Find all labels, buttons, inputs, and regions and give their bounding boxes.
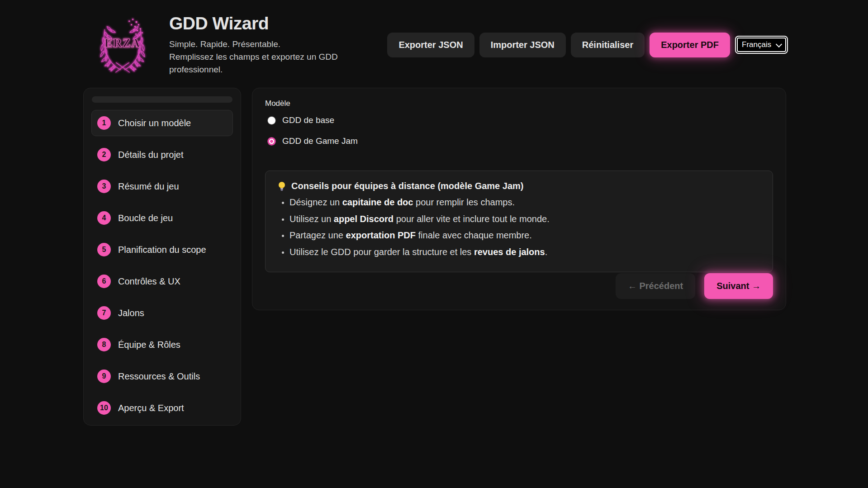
- sidebar-step[interactable]: 1Choisir un modèle: [91, 110, 233, 136]
- model-section-label: Modèle: [265, 99, 773, 108]
- step-number-badge: 3: [97, 180, 111, 193]
- arrow-left-icon: ←: [628, 281, 637, 291]
- sidebar-step[interactable]: 4Boucle de jeu: [91, 205, 233, 231]
- model-option-label: GDD de base: [282, 115, 334, 125]
- steps-sidebar: 1Choisir un modèle2Détails du projet3Rés…: [83, 88, 241, 426]
- sidebar-step[interactable]: 10Aperçu & Export: [91, 395, 233, 421]
- model-option[interactable]: GDD de base: [268, 115, 334, 125]
- arrow-right-icon: →: [752, 281, 761, 291]
- language-select-wrap: Français: [737, 38, 786, 52]
- next-step-button[interactable]: Suivant →: [704, 273, 773, 299]
- language-select[interactable]: Français: [737, 38, 786, 52]
- step-number-badge: 2: [97, 148, 111, 161]
- sidebar-step[interactable]: 6Contrôles & UX: [91, 268, 233, 294]
- step-number-badge: 6: [97, 275, 111, 288]
- tip-item: Utilisez un appel Discord pour aller vit…: [289, 211, 761, 227]
- model-options: GDD de baseGDD de Game Jam: [265, 115, 773, 157]
- step-number-badge: 7: [97, 306, 111, 320]
- step-number-badge: 5: [97, 243, 111, 256]
- model-radio[interactable]: [268, 137, 275, 145]
- tip-item: Partagez une exportation PDF finale avec…: [289, 227, 761, 244]
- step-label: Jalons: [118, 308, 144, 318]
- model-panel: Modèle GDD de baseGDD de Game Jam Consei…: [252, 88, 786, 310]
- step-label: Contrôles & UX: [118, 276, 180, 287]
- sidebar-step[interactable]: 5Planification du scope: [91, 237, 233, 263]
- reset-button[interactable]: Réinitialiser: [571, 33, 645, 57]
- step-label: Aperçu & Export: [118, 403, 184, 413]
- sidebar-step[interactable]: 3Résumé du jeu: [91, 173, 233, 199]
- export-pdf-button[interactable]: Exporter PDF: [650, 33, 730, 57]
- page-title: GDD Wizard: [169, 14, 350, 33]
- logo-wordmark: ERZA: [104, 36, 141, 50]
- model-radio[interactable]: [268, 117, 275, 124]
- step-label: Détails du projet: [118, 150, 184, 160]
- lightbulb-icon: [277, 181, 286, 191]
- step-number-badge: 10: [97, 401, 111, 415]
- previous-step-button[interactable]: ← Précédent: [616, 273, 695, 299]
- step-number-badge: 8: [97, 338, 111, 351]
- tip-item: Utilisez le GDD pour garder la structure…: [289, 244, 761, 261]
- sidebar-step[interactable]: 2Détails du projet: [91, 142, 233, 168]
- step-label: Résumé du jeu: [118, 181, 179, 192]
- step-number-badge: 4: [97, 211, 111, 225]
- step-label: Ressources & Outils: [118, 371, 200, 382]
- header: ERZA GDD Wizard Simple. Rapide. Présenta…: [0, 0, 868, 82]
- model-option[interactable]: GDD de Game Jam: [268, 136, 358, 146]
- main-content: 1Choisir un modèle2Détails du projet3Rés…: [0, 88, 868, 426]
- sidebar-step[interactable]: 9Ressources & Outils: [91, 363, 233, 389]
- step-label: Équipe & Rôles: [118, 340, 180, 350]
- step-number-badge: 1: [97, 116, 111, 130]
- step-number-badge: 9: [97, 370, 111, 383]
- sidebar-step[interactable]: 7Jalons: [91, 300, 233, 326]
- export-json-button[interactable]: Exporter JSON: [387, 33, 474, 57]
- tip-item: Désignez un capitaine de doc pour rempli…: [289, 194, 761, 211]
- import-json-button[interactable]: Importer JSON: [479, 33, 566, 57]
- model-option-label: GDD de Game Jam: [282, 136, 358, 146]
- tips-title-text: Conseils pour équipes à distance (modèle…: [291, 181, 524, 191]
- app-tagline: Simple. Rapide. Présentable. Remplissez …: [169, 38, 350, 76]
- header-actions: Exporter JSON Importer JSON Réinitialise…: [387, 33, 786, 57]
- erza-logo: ERZA: [95, 16, 150, 74]
- tips-title: Conseils pour équipes à distance (modèle…: [277, 181, 761, 191]
- tips-list: Désignez un capitaine de doc pour rempli…: [289, 194, 761, 260]
- sidebar-steps: 1Choisir un modèle2Détails du projet3Rés…: [91, 110, 233, 421]
- tips-box: Conseils pour équipes à distance (modèle…: [265, 171, 773, 272]
- step-label: Boucle de jeu: [118, 213, 173, 223]
- progress-bar: [92, 96, 232, 103]
- step-label: Planification du scope: [118, 245, 206, 255]
- title-block: GDD Wizard Simple. Rapide. Présentable. …: [169, 14, 350, 76]
- step-label: Choisir un modèle: [118, 118, 191, 128]
- wizard-nav: ← Précédent Suivant →: [265, 273, 773, 299]
- sidebar-step[interactable]: 8Équipe & Rôles: [91, 332, 233, 358]
